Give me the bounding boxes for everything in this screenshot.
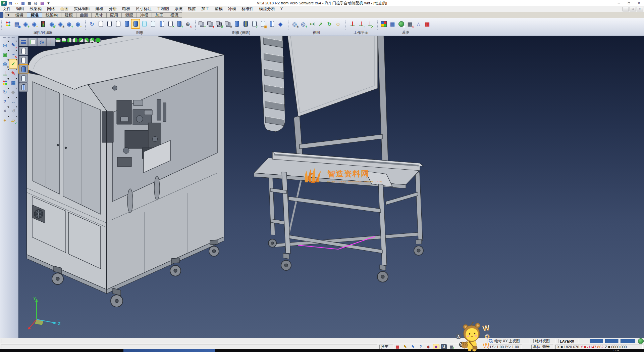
window-config-icon[interactable]: ▦× — [406, 19, 414, 28]
mdi-restore-button[interactable]: □ — [630, 7, 636, 11]
strip-layer-4-icon[interactable] — [19, 74, 28, 83]
open-file-icon[interactable]: ▱ — [14, 1, 19, 6]
print-icon[interactable]: ▦ — [26, 1, 32, 6]
tab-overflow-button[interactable]: ▼ — [5, 12, 12, 18]
menu-machining[interactable]: 加工 — [199, 6, 212, 12]
maximize-button[interactable]: □ — [624, 0, 634, 6]
visi-logo-icon[interactable]: V — [1, 1, 7, 6]
striped-layer-icon[interactable] — [241, 19, 250, 28]
delete-entities-icon[interactable]: × — [1, 106, 9, 115]
save-file-icon[interactable]: ▥ — [20, 1, 26, 6]
view-arrow-icon[interactable]: ↗ — [317, 19, 325, 28]
menu-window[interactable]: 视窗 — [185, 6, 199, 12]
show-all-icon[interactable]: ◉+ — [65, 19, 73, 28]
zoom-extents-icon[interactable]: ◎+ — [299, 19, 307, 28]
layer-delete-icon[interactable]: × — [166, 19, 174, 28]
tab-application[interactable]: 应用 — [106, 12, 122, 18]
macro-record-icon[interactable]: ▦ — [394, 344, 400, 349]
select-window-icon[interactable]: ▣ — [1, 50, 9, 59]
open-project-icon[interactable]: ▱✓ — [9, 116, 17, 125]
solid-layer-icon[interactable] — [233, 19, 241, 28]
tab-mold[interactable]: 塑膜 — [121, 12, 137, 18]
paint-icon[interactable]: ✎ — [410, 344, 416, 349]
menu-wireframe[interactable]: 线架构 — [27, 6, 44, 12]
layer-settings-icon[interactable]: ⊕× — [184, 19, 192, 28]
viewport-menu-icon[interactable] — [19, 38, 28, 46]
shaded-view-icon[interactable]: ◆ — [276, 19, 284, 28]
new-file-icon[interactable]: ▤ — [7, 1, 13, 6]
layer-filled-icon[interactable] — [123, 19, 131, 28]
refresh-visibility-icon[interactable]: ◉↺ — [48, 19, 56, 28]
view-front-icon[interactable] — [67, 38, 72, 43]
filter-traffic-icon[interactable] — [39, 19, 47, 28]
invert-visibility-icon[interactable]: ◉± — [56, 19, 64, 28]
close-button[interactable]: × — [634, 0, 644, 6]
menu-system[interactable]: 系统 — [172, 6, 185, 12]
layer-new-icon[interactable] — [105, 19, 113, 28]
blank-refresh-icon[interactable]: ↺ — [215, 19, 223, 28]
layer-empty-icon[interactable] — [114, 19, 122, 28]
show-selected-icon[interactable]: ◉+ — [21, 19, 30, 28]
tab-wireframe[interactable]: 线架构 — [42, 12, 61, 18]
pan-rotate-icon[interactable]: + — [1, 116, 9, 125]
undo-icon[interactable]: ↺ — [9, 106, 17, 115]
tag-layer-icon[interactable]: ▣ — [259, 19, 267, 28]
mesh-layer-icon[interactable] — [268, 19, 276, 28]
tab-modeling[interactable]: 建模 — [61, 12, 76, 18]
zoom-dynamic-icon[interactable]: ◎± — [290, 19, 299, 28]
layer-mesh-icon[interactable] — [158, 19, 166, 28]
blank-toggle-icon[interactable]: ± — [224, 19, 232, 28]
help-info-icon[interactable]: ? — [1, 97, 9, 106]
menu-mold[interactable]: 塑模 — [212, 6, 225, 12]
color-table-icon[interactable] — [380, 19, 388, 28]
tab-die[interactable]: 冲模 — [137, 12, 152, 18]
menu-mesh[interactable]: 网格 — [44, 6, 58, 12]
menu-solid-edit[interactable]: 实体编辑 — [71, 6, 93, 12]
menu-standard-parts[interactable]: 标准件 — [239, 6, 256, 12]
confirm-check-icon[interactable]: ✓ — [9, 59, 17, 68]
menu-dimension[interactable]: 尺寸标注 — [133, 6, 154, 12]
globe-icon[interactable] — [637, 339, 644, 343]
menu-modeling[interactable]: 建模 — [93, 6, 106, 12]
hide-all-icon[interactable]: ◉− — [74, 19, 82, 28]
layer-list-icon[interactable] — [97, 19, 105, 28]
preview-icon[interactable]: ◎ — [33, 1, 39, 6]
blank-add-icon[interactable]: + — [198, 19, 206, 28]
quick-access-dropdown-icon[interactable]: ▾ — [46, 1, 51, 6]
menu-file[interactable]: 文件 — [0, 6, 13, 12]
workplane-world-icon[interactable] — [348, 19, 356, 28]
workplane-up-icon[interactable]: ↑ — [357, 19, 365, 28]
tab-surface[interactable]: 曲面 — [76, 12, 92, 18]
preview-zoom-icon[interactable]: ◎ — [1, 41, 9, 49]
workplane-entity-icon[interactable]: ↗ — [366, 19, 374, 28]
preview-attributes-icon[interactable]: ▤◉ — [13, 19, 21, 28]
check-layer-icon[interactable]: ✓ — [250, 19, 258, 28]
view-left-icon[interactable] — [78, 38, 84, 43]
layer-current-icon[interactable] — [131, 19, 140, 28]
absolute-view-field[interactable]: 绝对视图 — [533, 339, 555, 343]
menu-drawing[interactable]: 工程图 — [154, 6, 172, 12]
package-icon[interactable]: ◆ — [425, 344, 431, 349]
viewport-3d-canvas[interactable]: ◎ 智造资料网 INTELLIGENT MANUFACTURING DATA — [18, 36, 644, 338]
desktop-mascot[interactable]: A W O W — [455, 321, 495, 352]
system-config-icon[interactable]: × — [397, 19, 405, 28]
strip-layer-5-icon[interactable] — [19, 83, 28, 92]
attributes-paint-icon[interactable] — [4, 19, 12, 28]
menu-help[interactable]: ? — [278, 6, 285, 12]
command-prompt-area[interactable] — [1, 345, 377, 349]
minimize-button[interactable]: ─ — [614, 0, 624, 6]
grid-settings-icon[interactable]: ▦ — [423, 19, 431, 28]
layer-visible-icon[interactable] — [140, 19, 148, 28]
conveyor-table-model[interactable] — [254, 36, 423, 282]
view-iso-icon[interactable] — [90, 38, 95, 43]
mdi-close-button[interactable]: × — [637, 7, 643, 11]
zoom-scale-icon[interactable]: 1:1 — [308, 19, 316, 28]
redraw-icon[interactable]: ↻ — [88, 19, 96, 28]
sketch-curve-icon[interactable]: ~✎ — [9, 50, 17, 59]
active-layer-field[interactable]: LAYER0 — [558, 339, 579, 343]
ucs-axes-icon[interactable] — [1, 69, 9, 78]
mdi-minimize-button[interactable]: ─ — [623, 7, 629, 11]
taskbar-app-button[interactable] — [123, 349, 215, 352]
menu-analysis[interactable]: 分析 — [106, 6, 119, 12]
strip-layer-1-icon[interactable] — [19, 47, 28, 55]
